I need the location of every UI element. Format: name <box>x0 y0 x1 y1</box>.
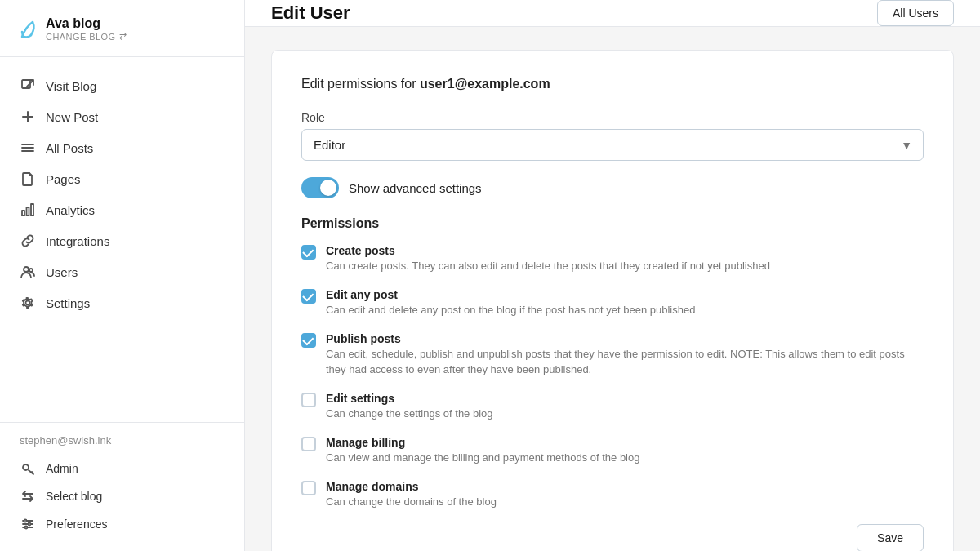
toggle-knob <box>320 180 336 196</box>
manage-domains-checkbox[interactable] <box>301 481 316 495</box>
manage-billing-text: Manage billing Can view and manage the b… <box>326 436 639 465</box>
sidebar-item-label: Visit Blog <box>46 79 96 93</box>
sidebar-item-label: Analytics <box>46 203 95 217</box>
permissions-title: Permissions <box>301 216 924 231</box>
sidebar-item-settings[interactable]: Settings <box>0 287 244 318</box>
perm-name: Manage billing <box>326 436 639 449</box>
permission-create-posts: Create posts Can create posts. They can … <box>301 244 924 273</box>
perm-name: Create posts <box>326 244 770 257</box>
analytics-icon <box>20 202 36 218</box>
role-select-wrapper: Viewer Editor Admin ▼ <box>301 129 924 161</box>
permissions-section: Permissions Create posts Can create post… <box>301 216 924 509</box>
sidebar-footer-item-admin[interactable]: Admin <box>20 455 225 482</box>
page-title: Edit User <box>271 2 350 24</box>
logo-icon <box>20 19 38 40</box>
admin-label: Admin <box>46 462 78 475</box>
perm-desc: Can change the settings of the blog <box>326 407 493 421</box>
perm-name: Manage domains <box>326 480 497 493</box>
role-select[interactable]: Viewer Editor Admin <box>301 129 924 161</box>
preferences-label: Preferences <box>46 518 107 531</box>
sidebar-item-all-posts[interactable]: All Posts <box>0 132 244 163</box>
svg-point-10 <box>29 269 33 272</box>
blog-name: Ava blog <box>46 16 127 31</box>
manage-domains-text: Manage domains Can change the domains of… <box>326 480 497 509</box>
permission-publish-posts: Publish posts Can edit, schedule, publis… <box>301 332 924 376</box>
create-posts-checkbox[interactable] <box>301 245 316 260</box>
edit-any-post-text: Edit any post Can edit and delete any po… <box>326 288 695 318</box>
sidebar-item-integrations[interactable]: Integrations <box>0 225 244 256</box>
perm-desc: Can edit and delete any post on the blog… <box>326 303 695 318</box>
sidebar-footer-item-preferences[interactable]: Preferences <box>20 510 225 538</box>
sidebar-item-analytics[interactable]: Analytics <box>0 194 244 225</box>
sidebar-item-label: New Post <box>46 110 98 124</box>
sidebar-item-label: Integrations <box>46 234 109 248</box>
advanced-settings-toggle-row: Show advanced settings <box>301 177 924 198</box>
svg-point-9 <box>24 267 29 272</box>
edit-any-post-checkbox[interactable] <box>301 289 316 304</box>
user-email-display: stephen@swish.ink <box>20 434 225 447</box>
publish-posts-checkbox[interactable] <box>301 333 316 348</box>
select-blog-label: Select blog <box>46 490 102 503</box>
svg-point-17 <box>29 523 31 526</box>
role-field: Role Viewer Editor Admin ▼ <box>301 111 924 161</box>
perm-desc: Can view and manage the billing and paym… <box>326 451 639 465</box>
permission-manage-billing: Manage billing Can view and manage the b… <box>301 436 924 465</box>
switch-icon <box>20 488 36 504</box>
main-nav: Visit Blog New Post All Posts <box>0 57 244 422</box>
svg-rect-7 <box>27 207 29 216</box>
change-blog-label[interactable]: CHANGE BLOG ⇄ <box>46 31 127 42</box>
save-button[interactable]: Save <box>857 524 924 551</box>
plus-icon <box>20 109 36 125</box>
main-content: Edit User All Users Edit permissions for… <box>245 0 980 551</box>
perm-desc: Can create posts. They can also edit and… <box>326 259 770 273</box>
page-header: Edit User All Users <box>245 0 980 27</box>
list-icon <box>20 140 36 156</box>
sidebar-item-users[interactable]: Users <box>0 256 244 287</box>
manage-billing-checkbox[interactable] <box>301 437 316 451</box>
link-icon <box>20 233 36 249</box>
users-icon <box>20 264 36 280</box>
document-icon <box>20 171 36 187</box>
blog-info: Ava blog CHANGE BLOG ⇄ <box>46 16 127 42</box>
svg-point-12 <box>23 464 29 470</box>
gear-icon <box>20 295 36 311</box>
advanced-settings-toggle[interactable] <box>301 177 339 198</box>
svg-point-16 <box>24 520 27 522</box>
sidebar-item-visit-blog[interactable]: Visit Blog <box>0 70 244 101</box>
sidebar-logo[interactable]: Ava blog CHANGE BLOG ⇄ <box>0 0 244 57</box>
sidebar-item-label: Settings <box>46 296 90 310</box>
edit-perm-title: Edit permissions for user1@example.com <box>301 77 924 91</box>
svg-rect-8 <box>31 204 33 216</box>
svg-point-11 <box>26 301 30 305</box>
main-body: Edit permissions for user1@example.com R… <box>245 27 980 551</box>
perm-name: Publish posts <box>326 332 924 345</box>
sidebar-item-label: All Posts <box>46 141 93 155</box>
perm-name: Edit settings <box>326 392 493 405</box>
sidebar-footer-item-select-blog[interactable]: Select blog <box>20 482 225 510</box>
sidebar-item-label: Users <box>46 265 78 279</box>
toggle-label: Show advanced settings <box>349 181 482 195</box>
perm-desc: Can edit, schedule, publish and unpublis… <box>326 347 924 376</box>
sidebar-item-pages[interactable]: Pages <box>0 163 244 194</box>
perm-desc: Can change the domains of the blog <box>326 495 497 509</box>
sidebar-footer: stephen@swish.ink Admin Select blog <box>0 422 244 551</box>
all-users-button[interactable]: All Users <box>877 0 954 26</box>
create-posts-text: Create posts Can create posts. They can … <box>326 244 770 273</box>
publish-posts-text: Publish posts Can edit, schedule, publis… <box>326 332 924 376</box>
user-email-bold: user1@example.com <box>420 77 550 91</box>
key-icon <box>20 460 36 477</box>
edit-settings-checkbox[interactable] <box>301 393 316 407</box>
perm-name: Edit any post <box>326 288 695 301</box>
role-label: Role <box>301 111 924 124</box>
permission-edit-settings: Edit settings Can change the settings of… <box>301 392 924 421</box>
sidebar-item-new-post[interactable]: New Post <box>0 101 244 132</box>
edit-settings-text: Edit settings Can change the settings of… <box>326 392 493 421</box>
external-link-icon <box>20 78 36 94</box>
card-footer: Save <box>301 524 924 551</box>
sidebar: Ava blog CHANGE BLOG ⇄ Visit Blog <box>0 0 245 551</box>
sidebar-item-label: Pages <box>46 172 81 186</box>
svg-rect-6 <box>22 211 24 216</box>
permission-manage-domains: Manage domains Can change the domains of… <box>301 480 924 509</box>
permission-edit-any-post: Edit any post Can edit and delete any po… <box>301 288 924 318</box>
svg-point-18 <box>25 527 28 529</box>
